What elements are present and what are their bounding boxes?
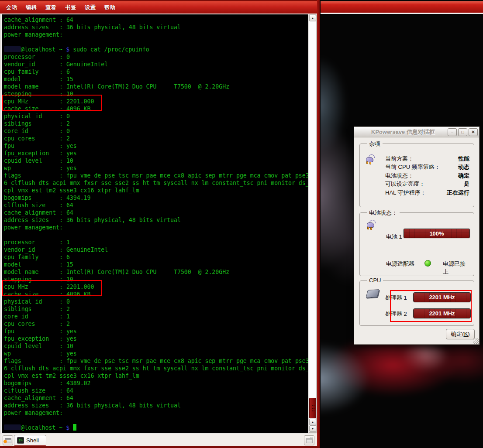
terminal-line-30: processor : 1	[4, 239, 308, 246]
tab-shell[interactable]: s> Shell	[14, 435, 46, 445]
terminal-line-42: fpu : yes	[4, 328, 308, 335]
tab-shell-label: Shell	[26, 437, 39, 444]
misc-row-value: 性能	[458, 155, 469, 163]
kpowersave-dialog: KPowersave 信息对话框 – □ ✕ 杂项 当前方案：性能当前 CPU …	[354, 127, 480, 345]
terminal-line-44: cpuid level : 10	[4, 342, 308, 350]
cpu-chip-icon	[366, 289, 379, 298]
terminal-line-47: 6 clflush dts acpi mmx fxsr sse sse2 ss …	[4, 365, 308, 372]
terminal-line-34: model name : Intel(R) Core(TM)2 Duo CPU …	[4, 268, 308, 276]
background-window-titlebar[interactable]	[321, 1, 483, 13]
scroll-up2-icon[interactable]: ▲	[309, 419, 316, 425]
terminal-line-17: fpu : yes	[4, 142, 308, 150]
misc-row-0: 当前方案：性能	[385, 154, 469, 163]
terminal-line-38: physical id : 0	[4, 298, 308, 305]
misc-row-4: HAL 守护程序：正在运行	[385, 188, 469, 197]
annotation-box-cpu-frequency	[390, 290, 472, 322]
terminal-line-21: flags : fpu vme de pse tsc msr pae mce c…	[4, 172, 308, 179]
minimize-icon[interactable]: –	[448, 128, 457, 136]
terminal-scrollbar[interactable]: ▲ ▲ ▼	[309, 14, 317, 433]
terminal-line-53: power management:	[4, 409, 308, 417]
terminal-cursor	[73, 424, 76, 431]
close-session-button[interactable]: ✕	[304, 435, 314, 445]
terminal-line-3	[4, 38, 308, 46]
terminal-line-22: 6 clflush dts acpi mmx fxsr sse sse2 ss …	[4, 179, 308, 187]
konsole-window: 会话编辑查看书签设置帮助 cache_alignment : 64address…	[0, 0, 320, 448]
misc-row-value: 正在运行	[447, 189, 469, 197]
terminal-line-5: processor : 0	[4, 53, 308, 61]
maximize-icon[interactable]: □	[458, 128, 467, 136]
terminal-line-1: address sizes : 36 bits physical, 48 bit…	[4, 24, 308, 31]
terminal-line-29	[4, 231, 308, 239]
led-green-icon	[424, 260, 431, 267]
terminal-line-8: model : 15	[4, 75, 308, 83]
menu-item-2[interactable]: 查看	[45, 4, 57, 11]
terminal-line-19: cpuid level : 10	[4, 157, 308, 164]
terminal-line-48: cpl vmx est tm2 ssse3 cx16 xtpr lahf_lm	[4, 372, 308, 380]
terminal-icon: s>	[17, 437, 24, 444]
menu-item-0[interactable]: 会话	[6, 4, 17, 11]
terminal-line-25: clflush size : 64	[4, 202, 308, 209]
menu-item-5[interactable]: 帮助	[104, 4, 116, 11]
misc-row-value: 确定	[458, 172, 469, 180]
thumb-grip	[311, 404, 315, 412]
terminal-line-32: cpu family : 6	[4, 253, 308, 261]
resize-grip[interactable]	[473, 338, 479, 344]
scrollbar-thumb[interactable]	[309, 398, 316, 418]
annotation-box-cpu0	[2, 95, 102, 111]
terminal-line-4: @localhost ~ $ sudo cat /proc/cpuinfo	[4, 46, 308, 53]
terminal-line-50: clflush size : 64	[4, 387, 308, 394]
terminal-line-33: model : 15	[4, 261, 308, 268]
dialog-titlebar[interactable]: KPowersave 信息对话框 – □ ✕	[354, 127, 479, 137]
ok-button[interactable]: 确定(K)	[446, 329, 475, 339]
menu-item-4[interactable]: 设置	[85, 4, 96, 11]
misc-row-label: 当前 CPU 频率策略：	[385, 163, 440, 171]
terminal-screen[interactable]: cache_alignment : 64address sizes : 36 b…	[2, 14, 308, 433]
terminal-line-27: address sizes : 36 bits physical, 48 bit…	[4, 216, 308, 224]
battery-label: 电池 1	[386, 233, 402, 241]
terminal-line-2: power management:	[4, 31, 308, 38]
terminal-line-18: fpu_exception : yes	[4, 150, 308, 157]
terminal-line-46: flags : fpu vme de pse tsc msr pae mce c…	[4, 357, 308, 365]
menu-item-3[interactable]: 书签	[65, 4, 76, 11]
new-session-button[interactable]: ✸	[3, 435, 13, 445]
misc-row-label: 可以设定亮度：	[385, 180, 425, 188]
terminal-line-40: core id : 1	[4, 313, 308, 320]
terminal-line-9: model name : Intel(R) Core(TM)2 Duo CPU …	[4, 83, 308, 90]
misc-row-value: 是	[464, 180, 469, 188]
window-border-bottom	[0, 446, 320, 448]
scroll-down-icon[interactable]: ▼	[309, 425, 316, 432]
session-tab-bar: ✸ s> Shell ✕	[1, 434, 317, 446]
menu-item-1[interactable]: 编辑	[26, 4, 37, 11]
cpu-legend: CPU	[367, 277, 383, 284]
redacted-username	[4, 46, 21, 52]
terminal-line-31: vendor_id : GenuineIntel	[4, 246, 308, 253]
terminal-line-0: cache_alignment : 64	[4, 16, 308, 24]
misc-groupbox: 杂项 当前方案：性能当前 CPU 频率策略：动态电池状态：确定可以设定亮度：是H…	[359, 144, 474, 207]
terminal-line-45: wp : yes	[4, 350, 308, 357]
terminal-text: cache_alignment : 64address sizes : 36 b…	[4, 16, 308, 431]
terminal-line-41: cpu cores : 2	[4, 320, 308, 328]
terminal-frame: cache_alignment : 64address sizes : 36 b…	[0, 14, 317, 434]
terminal-line-49: bogomips : 4389.02	[4, 380, 308, 387]
terminal-line-55: @localhost ~ $	[4, 424, 308, 431]
terminal-line-52: address sizes : 36 bits physical, 48 bit…	[4, 402, 308, 409]
terminal-line-54	[4, 417, 308, 424]
close-icon[interactable]: ✕	[469, 128, 478, 136]
misc-legend: 杂项	[367, 140, 383, 148]
terminal-line-7: cpu family : 6	[4, 68, 308, 75]
adapter-label: 电源适配器	[386, 260, 414, 268]
dialog-title: KPowersave 信息对话框	[354, 128, 448, 136]
terminal-line-23: cpl vmx est tm2 ssse3 cx16 xtpr lahf_lm	[4, 187, 308, 194]
terminal-line-26: cache_alignment : 64	[4, 209, 308, 216]
terminal-line-20: wp : yes	[4, 164, 308, 172]
terminal-line-15: core id : 0	[4, 127, 308, 135]
adapter-row: 电源适配器 电源已接上	[386, 260, 470, 267]
terminal-line-43: fpu_exception : yes	[4, 335, 308, 342]
konsole-menu-bar[interactable]: 会话编辑查看书签设置帮助	[0, 0, 320, 14]
scroll-up-icon[interactable]: ▲	[309, 15, 316, 21]
annotation-box-cpu1	[2, 280, 102, 296]
terminal-line-24: bogomips : 4394.19	[4, 194, 308, 202]
misc-row-value: 动态	[458, 163, 469, 171]
terminal-line-16: cpu cores : 2	[4, 135, 308, 142]
terminal-line-14: siblings : 2	[4, 120, 308, 127]
